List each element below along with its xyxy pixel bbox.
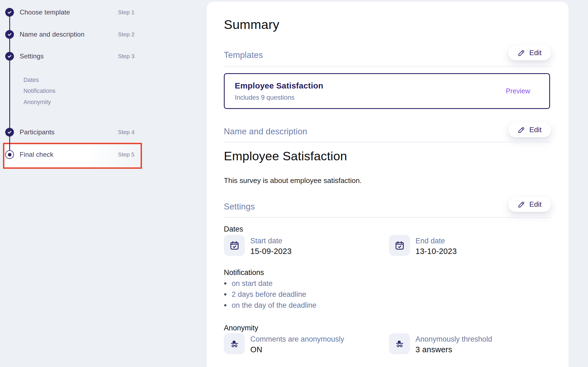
bullet-dot: •	[224, 301, 227, 309]
step-label: Choose template	[20, 8, 70, 16]
radio-dot-icon	[5, 150, 14, 159]
step-number: Step 3	[118, 53, 135, 60]
section-divider	[224, 142, 551, 142]
anonymity-threshold-item: Anonymously threshold 3 answers	[389, 333, 492, 354]
notification-item-label: on the day of the deadline	[232, 301, 317, 310]
pencil-icon	[518, 49, 525, 57]
anonymity-threshold-value: 3 answers	[415, 345, 492, 354]
name-description-edit-button[interactable]: Edit	[508, 122, 551, 137]
preview-link[interactable]: Preview	[506, 87, 530, 95]
anonymity-threshold-label: Anonymously threshold	[415, 335, 492, 344]
incognito-icon	[389, 333, 410, 354]
edit-button-label: Edit	[529, 49, 542, 57]
sidebar-subitem-dates[interactable]: Dates	[23, 77, 39, 84]
end-date-label: End date	[415, 237, 457, 245]
edit-button-label: Edit	[529, 200, 542, 209]
sidebar-subitem-notifications[interactable]: Notifications	[23, 88, 55, 94]
anonymity-comments-item: Comments are anonymously ON	[224, 333, 344, 354]
dates-group-label: Dates	[224, 225, 243, 233]
pencil-icon	[518, 126, 525, 134]
name-description-section-heading: Name and description	[224, 127, 307, 137]
step-number: Step 2	[118, 31, 135, 38]
section-divider	[224, 66, 551, 67]
edit-button-label: Edit	[529, 126, 542, 134]
templates-edit-button[interactable]: Edit	[508, 45, 551, 60]
bullet-dot: •	[224, 290, 227, 298]
sidebar-step-settings[interactable]: Settings Step 3	[0, 50, 153, 62]
anonymity-comments-label: Comments are anonymously	[250, 335, 344, 344]
survey-description: This survey is about employee satisfacti…	[224, 176, 362, 185]
sidebar-step-name-description[interactable]: Name and description Step 2	[0, 28, 153, 40]
end-date-value: 13-10-2023	[415, 247, 457, 256]
sidebar-step-participants[interactable]: Participants Step 4	[0, 126, 153, 138]
step-label: Participants	[20, 128, 55, 136]
sidebar-stepper: Choose template Step 1 Name and descript…	[0, 0, 207, 367]
step-label: Final check	[20, 151, 54, 158]
check-circle-icon	[5, 30, 14, 39]
calendar-check-icon	[389, 235, 410, 256]
template-card-title: Employee Satisfaction	[235, 81, 323, 90]
check-circle-icon	[5, 52, 14, 61]
step-number: Step 5	[118, 151, 135, 158]
incognito-icon	[224, 333, 245, 354]
start-date-label: Start date	[250, 237, 292, 245]
calendar-check-icon	[224, 235, 245, 256]
notification-item-label: 2 days before deadline	[232, 290, 306, 299]
main-panel: Summary Edit Templates Employee Satisfac…	[207, 2, 569, 367]
step-number: Step 1	[118, 9, 135, 16]
anonymity-comments-value: ON	[250, 345, 344, 354]
end-date-item: End date 13-10-2023	[389, 235, 457, 256]
template-card[interactable]: Employee Satisfaction Includes 9 questio…	[224, 73, 550, 109]
notification-item: • on start date	[224, 278, 316, 289]
pencil-icon	[518, 201, 525, 208]
survey-name: Employee Satisfaction	[224, 149, 347, 163]
step-number: Step 4	[118, 129, 135, 135]
templates-section-heading: Templates	[224, 50, 263, 60]
notification-item: • 2 days before deadline	[224, 289, 316, 300]
anonymity-group-label: Anonymity	[224, 324, 258, 332]
settings-edit-button[interactable]: Edit	[508, 197, 551, 212]
start-date-item: Start date 15-09-2023	[224, 235, 292, 256]
notifications-group-label: Notifications	[224, 268, 264, 277]
notifications-list: • on start date • 2 days before deadline…	[224, 278, 316, 311]
template-card-subtitle: Includes 9 questions	[235, 94, 295, 101]
sidebar-step-choose-template[interactable]: Choose template Step 1	[0, 6, 153, 18]
sidebar-subitem-anonymity[interactable]: Anonymity	[23, 99, 51, 106]
notification-item: • on the day of the deadline	[224, 300, 316, 311]
page-title: Summary	[224, 17, 279, 32]
section-divider	[224, 217, 551, 218]
settings-section-heading: Settings	[224, 202, 255, 212]
check-circle-icon	[5, 128, 14, 137]
notification-item-label: on start date	[232, 279, 273, 288]
start-date-value: 15-09-2023	[250, 247, 292, 256]
check-circle-icon	[5, 8, 14, 17]
sidebar-step-final-check[interactable]: Final check Step 5	[0, 149, 153, 161]
step-label: Settings	[20, 52, 44, 60]
bullet-dot: •	[224, 279, 227, 288]
step-label: Name and description	[20, 31, 84, 38]
